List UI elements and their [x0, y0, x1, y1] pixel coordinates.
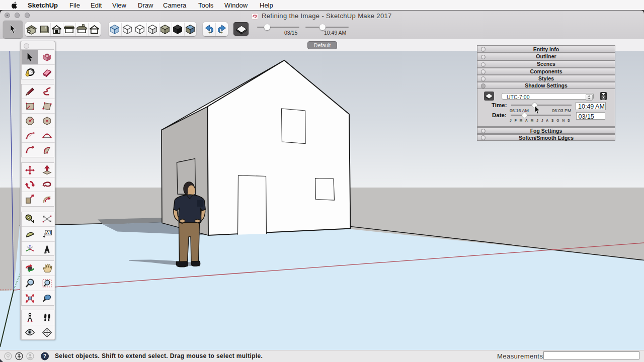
svg-text:?: ? — [43, 353, 46, 359]
svg-text:A1: A1 — [46, 231, 52, 235]
